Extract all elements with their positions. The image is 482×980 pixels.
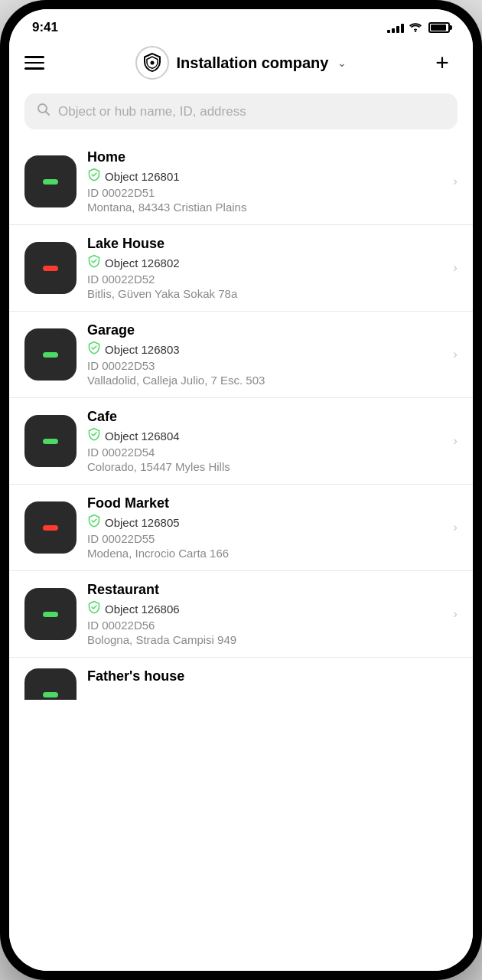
- item-address: Bologna, Strada Campisi 949: [87, 633, 445, 646]
- status-bar: 9:41: [9, 9, 473, 40]
- item-id: ID 00022D53: [87, 359, 445, 372]
- item-info: Home Object 126801 ID 00022D51 Montana, …: [87, 149, 445, 214]
- shield-check-icon: [87, 427, 101, 444]
- header: Installation company ⌄ +: [9, 40, 473, 89]
- list-item[interactable]: Lake House Object 126802 ID 00022D52 Bit…: [9, 225, 473, 312]
- item-name: Lake House: [87, 236, 445, 252]
- company-chevron-icon: ⌄: [337, 57, 347, 69]
- battery-icon: [428, 22, 450, 33]
- signal-icon: [387, 22, 404, 33]
- device-thumbnail: [24, 155, 77, 207]
- chevron-right-icon: ›: [453, 260, 458, 276]
- item-object: Object 126806: [87, 600, 445, 617]
- shield-check-icon: [87, 168, 101, 185]
- company-name: Installation company: [177, 54, 329, 72]
- add-button[interactable]: +: [427, 47, 458, 78]
- status-icons: [387, 22, 450, 33]
- device-thumbnail: [24, 242, 77, 294]
- item-info: Garage Object 126803 ID 00022D53 Vallado…: [87, 322, 445, 387]
- item-object-label: Object 126804: [105, 430, 180, 443]
- svg-line-2: [46, 112, 50, 116]
- item-info: Restaurant Object 126806 ID 00022D56 Bol…: [87, 582, 445, 646]
- status-time: 9:41: [32, 20, 58, 35]
- company-selector[interactable]: Installation company ⌄: [135, 46, 347, 80]
- item-id: ID 00022D52: [87, 273, 445, 286]
- object-list: Home Object 126801 ID 00022D51 Montana, …: [9, 139, 473, 971]
- item-object-label: Object 126805: [105, 516, 180, 529]
- item-object: Object 126801: [87, 168, 445, 185]
- item-object-label: Object 126806: [105, 603, 180, 616]
- device-thumbnail: [24, 415, 77, 467]
- svg-point-0: [150, 61, 154, 65]
- device-thumbnail: [24, 501, 77, 554]
- item-id: ID 00022D54: [87, 446, 445, 459]
- chevron-right-icon: ›: [453, 433, 458, 449]
- device-thumbnail: [24, 328, 77, 381]
- device-led-indicator: [43, 439, 58, 444]
- menu-line-2: [24, 62, 44, 64]
- device-led-indicator: [43, 612, 58, 617]
- wifi-icon: [409, 22, 422, 33]
- shield-check-icon: [87, 600, 101, 617]
- item-object: Object 126805: [87, 514, 445, 531]
- search-icon: [37, 103, 50, 120]
- item-name: Restaurant: [87, 582, 445, 598]
- item-object-label: Object 126803: [105, 343, 180, 356]
- item-object-label: Object 126801: [105, 170, 180, 183]
- menu-line-1: [24, 56, 44, 58]
- partial-list-item[interactable]: Father's house: [9, 658, 473, 700]
- item-object: Object 126802: [87, 254, 445, 271]
- search-bar[interactable]: Object or hub name, ID, address: [24, 93, 458, 129]
- chevron-right-icon: ›: [453, 606, 458, 622]
- item-id: ID 00022D51: [87, 186, 445, 199]
- item-info: Lake House Object 126802 ID 00022D52 Bit…: [87, 236, 445, 300]
- shield-check-icon: [87, 341, 101, 358]
- list-item[interactable]: Food Market Object 126805 ID 00022D55 Mo…: [9, 485, 473, 571]
- item-object: Object 126803: [87, 341, 445, 358]
- shield-check-icon: [87, 514, 101, 531]
- item-name: Garage: [87, 322, 445, 338]
- item-address: Bitlis, Güven Yaka Sokak 78a: [87, 287, 445, 300]
- item-address: Colorado, 15447 Myles Hills: [87, 460, 445, 473]
- shield-check-icon: [87, 254, 101, 271]
- item-name: Father's house: [87, 668, 458, 684]
- search-container: Object or hub name, ID, address: [9, 89, 473, 139]
- device-led-indicator: [43, 352, 58, 358]
- item-info: Food Market Object 126805 ID 00022D55 Mo…: [87, 495, 445, 560]
- item-address: Modena, Incrocio Carta 166: [87, 547, 445, 560]
- item-object-label: Object 126802: [105, 256, 180, 270]
- device-led-indicator: [43, 525, 58, 531]
- list-item[interactable]: Home Object 126801 ID 00022D51 Montana, …: [9, 139, 473, 225]
- menu-button[interactable]: [24, 47, 55, 78]
- device-led-indicator: [43, 266, 58, 271]
- list-item[interactable]: Cafe Object 126804 ID 00022D54 Colorado,…: [9, 398, 473, 485]
- item-address: Valladolid, Calleja Julio, 7 Esc. 503: [87, 374, 445, 387]
- device-thumbnail: [24, 588, 77, 640]
- device-thumbnail: [24, 668, 77, 700]
- list-item[interactable]: Restaurant Object 126806 ID 00022D56 Bol…: [9, 571, 473, 658]
- item-name: Home: [87, 149, 445, 165]
- list-item[interactable]: Garage Object 126803 ID 00022D53 Vallado…: [9, 312, 473, 398]
- item-info: Father's house: [87, 668, 458, 687]
- item-info: Cafe Object 126804 ID 00022D54 Colorado,…: [87, 409, 445, 473]
- menu-line-3: [24, 67, 44, 70]
- item-name: Food Market: [87, 495, 445, 511]
- item-id: ID 00022D56: [87, 619, 445, 632]
- device-led-indicator: [43, 179, 58, 185]
- item-id: ID 00022D55: [87, 532, 445, 545]
- brand-logo: [135, 46, 169, 80]
- device-led-indicator: [43, 692, 58, 697]
- item-object: Object 126804: [87, 427, 445, 444]
- chevron-right-icon: ›: [453, 347, 458, 362]
- search-input[interactable]: Object or hub name, ID, address: [58, 104, 246, 119]
- chevron-right-icon: ›: [453, 520, 458, 535]
- item-address: Montana, 84343 Cristian Plains: [87, 201, 445, 214]
- chevron-right-icon: ›: [453, 174, 458, 189]
- item-name: Cafe: [87, 409, 445, 425]
